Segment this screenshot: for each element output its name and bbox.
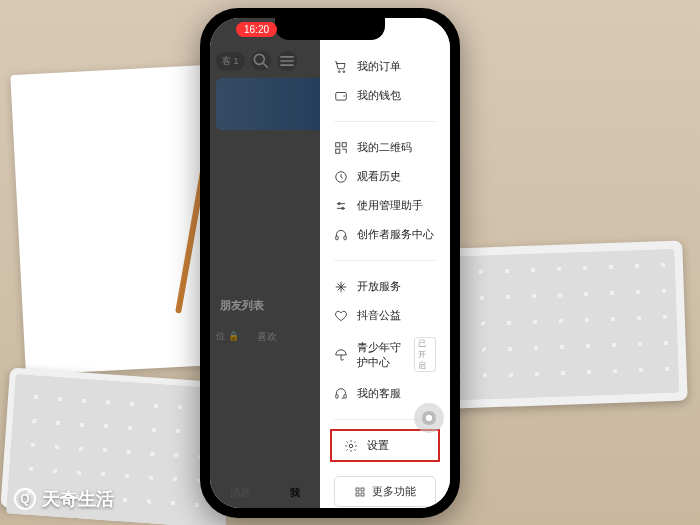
menu-label: 青少年守护中心: [357, 340, 401, 370]
svg-rect-4: [336, 142, 340, 146]
divider: [334, 260, 436, 261]
svg-rect-10: [336, 236, 338, 240]
menu-group-2: 我的二维码 观看历史 使用管理助手 创作者服务中心: [320, 129, 450, 253]
svg-point-1: [338, 70, 340, 72]
keyboard-prop-right: [422, 241, 687, 410]
side-drawer: 我的订单 我的钱包 我的二维码 观看历史: [320, 18, 450, 508]
watermark-text: 天奇生活: [42, 487, 114, 511]
svg-point-2: [343, 70, 345, 72]
menu-creator-center[interactable]: 创作者服务中心: [320, 220, 450, 249]
svg-point-14: [349, 444, 353, 448]
menu-label: 设置: [367, 438, 389, 453]
menu-douyin-charity[interactable]: 抖音公益: [320, 301, 450, 330]
settings-highlight: 设置: [330, 429, 440, 462]
grid-icon: [354, 486, 366, 498]
menu-open-services[interactable]: 开放服务: [320, 272, 450, 301]
notch: [275, 18, 385, 40]
svg-rect-5: [342, 142, 346, 146]
support-icon: [334, 387, 348, 401]
phone-screen: 16:20 客 1 朋友列表 位 🔒 喜欢 消息 我: [210, 18, 450, 508]
assistive-touch[interactable]: [414, 403, 444, 433]
menu-settings[interactable]: 设置: [334, 436, 434, 455]
spark-icon: [334, 280, 348, 294]
svg-rect-13: [344, 394, 346, 398]
menu-youth-protection[interactable]: 青少年守护中心 已开启: [320, 330, 450, 379]
phone-frame: 16:20 客 1 朋友列表 位 🔒 喜欢 消息 我: [200, 8, 460, 518]
menu-group-3: 开放服务 抖音公益 青少年守护中心 已开启 我的客服: [320, 268, 450, 412]
heart-icon: [334, 309, 348, 323]
dim-overlay[interactable]: [210, 18, 320, 508]
menu-label: 我的二维码: [357, 140, 412, 155]
menu-label: 我的钱包: [357, 88, 401, 103]
watermark: Q 天奇生活: [14, 487, 114, 511]
svg-rect-15: [356, 488, 359, 491]
divider: [334, 121, 436, 122]
menu-label: 我的客服: [357, 386, 401, 401]
menu-my-orders[interactable]: 我的订单: [320, 52, 450, 81]
sliders-icon: [334, 199, 348, 213]
svg-rect-12: [336, 394, 338, 398]
menu-label: 开放服务: [357, 279, 401, 294]
app-main-dimmed[interactable]: 客 1 朋友列表 位 🔒 喜欢 消息 我: [210, 18, 320, 508]
menu-group-1: 我的订单 我的钱包: [320, 48, 450, 114]
more-label: 更多功能: [372, 484, 416, 499]
svg-rect-17: [356, 493, 359, 496]
svg-rect-18: [361, 493, 364, 496]
menu-my-qr[interactable]: 我的二维码: [320, 133, 450, 162]
wallet-icon: [334, 89, 348, 103]
menu-label: 观看历史: [357, 169, 401, 184]
menu-label: 抖音公益: [357, 308, 401, 323]
more-features-button[interactable]: 更多功能: [334, 476, 436, 507]
svg-rect-6: [336, 149, 340, 153]
gear-icon: [344, 439, 358, 453]
cart-icon: [334, 60, 348, 74]
svg-rect-16: [361, 488, 364, 491]
menu-label: 我的订单: [357, 59, 401, 74]
notepad-prop: [10, 65, 220, 375]
qr-icon: [334, 141, 348, 155]
headset-icon: [334, 228, 348, 242]
menu-label: 创作者服务中心: [357, 227, 434, 242]
svg-rect-11: [344, 236, 346, 240]
watermark-logo-icon: Q: [14, 488, 36, 510]
enabled-badge: 已开启: [414, 337, 436, 372]
menu-watch-history[interactable]: 观看历史: [320, 162, 450, 191]
menu-label: 使用管理助手: [357, 198, 423, 213]
menu-my-wallet[interactable]: 我的钱包: [320, 81, 450, 110]
umbrella-icon: [334, 348, 348, 362]
status-time-pill: 16:20: [236, 22, 277, 37]
menu-usage-assistant[interactable]: 使用管理助手: [320, 191, 450, 220]
clock-icon: [334, 170, 348, 184]
